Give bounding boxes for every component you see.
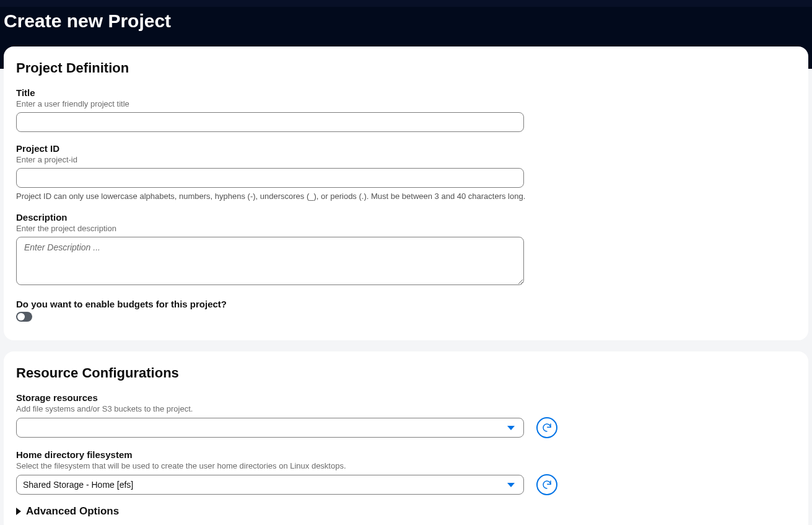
home-dir-hint: Select the filesystem that will be used …: [16, 461, 796, 470]
description-label: Description: [16, 212, 796, 223]
project-definition-card: Project Definition Title Enter a user fr…: [4, 46, 808, 340]
project-id-field: Project ID Enter a project-id Project ID…: [16, 143, 796, 201]
budgets-field: Do you want to enable budgets for this p…: [16, 299, 796, 324]
home-dir-select[interactable]: Shared Storage - Home [efs]: [16, 475, 524, 495]
title-field: Title Enter a user friendly project titl…: [16, 87, 796, 132]
project-id-note: Project ID can only use lowercase alphab…: [16, 192, 796, 201]
home-dir-field: Home directory filesystem Select the fil…: [16, 449, 796, 495]
chevron-down-icon: [507, 483, 515, 487]
refresh-icon: [541, 479, 552, 490]
storage-label: Storage resources: [16, 392, 796, 403]
page-title: Create new Project: [0, 7, 812, 32]
resource-config-card: Resource Configurations Storage resource…: [4, 351, 808, 525]
title-input[interactable]: [16, 112, 524, 132]
storage-select[interactable]: [16, 418, 524, 438]
section-title-resources: Resource Configurations: [16, 365, 796, 381]
storage-hint: Add file systems and/or S3 buckets to th…: [16, 404, 796, 413]
chevron-down-icon: [507, 426, 515, 430]
title-label: Title: [16, 87, 796, 98]
caret-right-icon: [16, 508, 21, 515]
storage-field: Storage resources Add file systems and/o…: [16, 392, 796, 438]
project-id-hint: Enter a project-id: [16, 155, 796, 164]
description-input[interactable]: [16, 237, 524, 285]
description-hint: Enter the project description: [16, 224, 796, 233]
advanced-options-toggle[interactable]: Advanced Options: [16, 505, 796, 518]
budgets-label: Do you want to enable budgets for this p…: [16, 299, 796, 309]
advanced-options-label: Advanced Options: [26, 505, 119, 518]
home-dir-select-value: Shared Storage - Home [efs]: [23, 480, 133, 490]
budgets-toggle[interactable]: [16, 312, 32, 322]
project-id-input[interactable]: [16, 168, 524, 188]
home-dir-refresh-button[interactable]: [536, 474, 557, 495]
section-title-definition: Project Definition: [16, 60, 796, 76]
refresh-icon: [541, 422, 552, 433]
toggle-knob: [17, 313, 25, 320]
project-id-label: Project ID: [16, 143, 796, 154]
storage-refresh-button[interactable]: [536, 417, 557, 438]
title-hint: Enter a user friendly project title: [16, 99, 796, 108]
home-dir-label: Home directory filesystem: [16, 449, 796, 460]
description-field: Description Enter the project descriptio…: [16, 212, 796, 288]
